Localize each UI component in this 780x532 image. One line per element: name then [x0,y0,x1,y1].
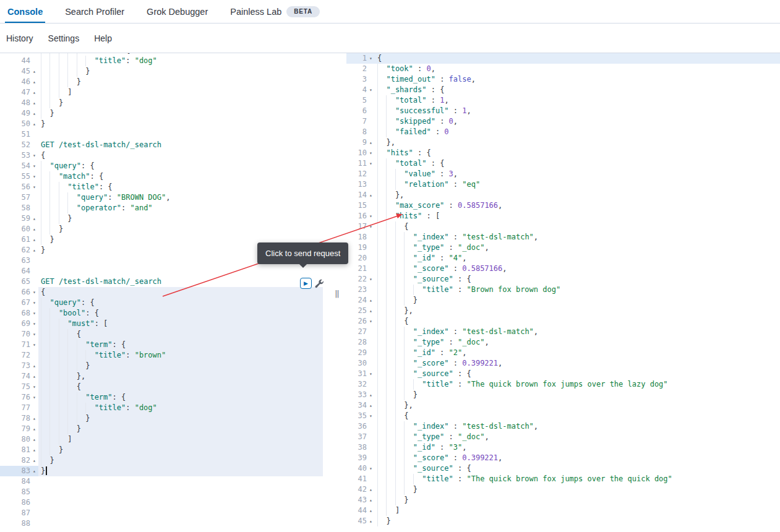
code-line-7[interactable]: 7"skipped" : 0, [346,116,780,127]
code-line-52[interactable]: 52GET /test-dsl-match/_search [0,140,328,150]
fold-close-icon[interactable]: ▴ [30,234,38,245]
fold-open-icon[interactable]: ▾ [367,211,375,221]
code-line-81[interactable]: 81▴} [0,445,328,455]
code-line-22[interactable]: 22▾"_source" : { [346,274,780,285]
code-line-48[interactable]: 48▴} [0,98,328,108]
fold-close-icon[interactable]: ▴ [30,434,38,445]
code-line-12[interactable]: 12"value" : 3, [346,169,780,179]
code-line-3[interactable]: 3"timed_out" : false, [346,74,780,85]
fold-close-icon[interactable]: ▴ [30,98,38,108]
fold-close-icon[interactable]: ▴ [30,224,38,234]
code-line-8[interactable]: 8"failed" : 0 [346,127,780,137]
code-line-23[interactable]: 23"title" : "Brown fox brown dog" [346,285,780,295]
fold-close-icon[interactable]: ▴ [367,400,375,411]
code-line-69[interactable]: 69▾"must": [ [0,319,328,329]
code-line-56[interactable]: 56▾"title": { [0,182,328,192]
code-line-45[interactable]: 45▴} [346,516,780,526]
pane-resizer-handle[interactable]: ‖ [335,288,340,299]
code-line-54[interactable]: 54▾"query": { [0,161,328,171]
code-line-25[interactable]: 25▴}, [346,306,780,316]
code-line-5[interactable]: 5"total" : 1, [346,95,780,106]
fold-open-icon[interactable]: ▾ [30,308,38,319]
code-line-71[interactable]: 71▾"term": { [0,340,328,350]
code-line-34[interactable]: 34▴}, [346,400,780,411]
request-settings-button[interactable] [315,279,324,288]
fold-open-icon[interactable]: ▾ [30,161,38,171]
fold-open-icon[interactable]: ▾ [367,463,375,474]
fold-open-icon[interactable]: ▾ [30,319,38,329]
fold-close-icon[interactable]: ▴ [367,484,375,495]
code-line-19[interactable]: 19"_type" : "_doc", [346,242,780,253]
code-line-2[interactable]: 2"took" : 0, [346,64,780,74]
tab-painless-lab[interactable]: Painless Lab BETA [228,0,322,23]
fold-open-icon[interactable]: ▾ [30,171,38,182]
code-line-37[interactable]: 37"_type" : "_doc", [346,432,780,442]
code-line-58[interactable]: 58"operator": "and" [0,203,328,213]
code-line-46[interactable]: 46▴} [0,77,328,87]
code-line-57[interactable]: 57"query": "BROWN DOG", [0,192,328,203]
code-line-39[interactable]: 39"_score" : 0.399221, [346,453,780,463]
tab-grok-debugger[interactable]: Grok Debugger [144,0,210,23]
fold-close-icon[interactable]: ▴ [367,137,375,148]
code-line-20[interactable]: 20"_id" : "4", [346,253,780,264]
code-line-78[interactable]: 78▴} [0,413,328,424]
code-line-68[interactable]: 68▾"bool": { [0,308,328,319]
fold-open-icon[interactable]: ▾ [367,316,375,327]
code-line-32[interactable]: 32"title" : "The quick brown fox jumps o… [346,379,780,390]
code-line-73[interactable]: 73▴} [0,361,328,371]
fold-close-icon[interactable]: ▴ [30,245,38,255]
menu-help[interactable]: Help [94,33,112,43]
code-line-21[interactable]: 21"_score" : 0.5857166, [346,264,780,274]
code-line-40[interactable]: 40▾"_source" : { [346,463,780,474]
code-line-15[interactable]: 15"max_score" : 0.5857166, [346,200,780,211]
fold-open-icon[interactable]: ▾ [367,221,375,232]
code-line-86[interactable]: 86 [0,497,328,508]
fold-open-icon[interactable]: ▾ [367,85,375,95]
code-line-29[interactable]: 29"_id" : "2", [346,348,780,358]
code-line-44[interactable]: 44"title": "dog" [0,56,328,66]
fold-open-icon[interactable]: ▾ [30,298,38,308]
code-line-72[interactable]: 72"title": "brown" [0,350,328,361]
code-line-18[interactable]: 18"_index" : "test-dsl-match", [346,232,780,242]
code-line-76[interactable]: 76▾"term": { [0,392,328,403]
code-line-53[interactable]: 53▾{ [0,150,328,161]
fold-close-icon[interactable]: ▴ [30,77,38,87]
code-line-36[interactable]: 36"_index" : "test-dsl-match", [346,421,780,432]
code-line-38[interactable]: 38"_id" : "3", [346,442,780,453]
fold-open-icon[interactable]: ▾ [30,340,38,350]
code-line-85[interactable]: 85 [0,487,328,497]
fold-open-icon[interactable]: ▾ [30,150,38,161]
fold-close-icon[interactable]: ▴ [30,66,38,77]
fold-close-icon[interactable]: ▴ [30,213,38,224]
code-line-75[interactable]: 75▾{ [0,382,328,392]
fold-open-icon[interactable]: ▾ [30,287,38,298]
code-line-10[interactable]: 10▾"hits" : { [346,148,780,158]
code-line-42[interactable]: 42▴} [346,484,780,495]
menu-history[interactable]: History [6,33,33,43]
fold-close-icon[interactable]: ▴ [367,295,375,306]
tab-search-profiler[interactable]: Search Profiler [62,0,127,23]
menu-settings[interactable]: Settings [48,33,80,43]
fold-close-icon[interactable]: ▴ [30,87,38,98]
code-line-9[interactable]: 9▴}, [346,137,780,148]
fold-open-icon[interactable]: ▾ [367,148,375,158]
code-line-45[interactable]: 45▴} [0,66,328,77]
code-line-26[interactable]: 26▾{ [346,316,780,327]
code-line-31[interactable]: 31▾"_source" : { [346,369,780,379]
code-line-84[interactable]: 84 [0,476,328,487]
code-line-55[interactable]: 55▾"match": { [0,171,328,182]
fold-close-icon[interactable]: ▴ [30,445,38,455]
fold-open-icon[interactable]: ▾ [30,382,38,392]
fold-open-icon[interactable]: ▾ [30,182,38,192]
code-line-43[interactable]: 43▴} [346,495,780,505]
send-request-button[interactable]: ▶ [300,278,312,289]
fold-close-icon[interactable]: ▴ [30,424,38,434]
code-line-16[interactable]: 16▾"hits" : [ [346,211,780,221]
code-line-11[interactable]: 11▾"total" : { [346,158,780,169]
code-line-30[interactable]: 30"_score" : 0.399221, [346,358,780,369]
code-line-17[interactable]: 17▾{ [346,221,780,232]
fold-open-icon[interactable]: ▾ [367,53,375,64]
code-line-47[interactable]: 47▴] [0,87,328,98]
code-line-65[interactable]: 65GET /test-dsl-match/_search [0,277,328,287]
fold-close-icon[interactable]: ▴ [30,108,38,119]
